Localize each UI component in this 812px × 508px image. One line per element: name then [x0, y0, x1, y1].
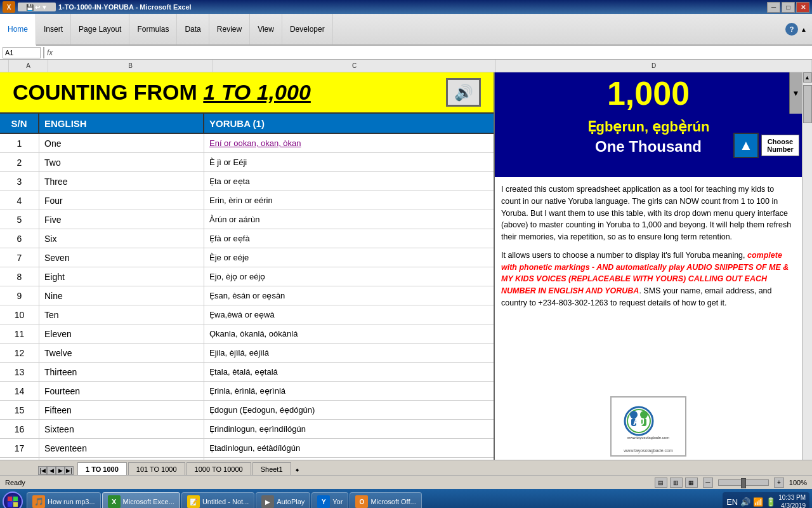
tray-volume-icon[interactable]: 🔊	[740, 497, 750, 507]
description-area: I created this custom spreadsheet applic…	[495, 177, 802, 393]
taskbar-item-excel[interactable]: X Microsoft Exce...	[102, 492, 180, 508]
maximize-button[interactable]: □	[782, 2, 795, 13]
help-button[interactable]: ?	[785, 23, 798, 36]
table-row: 18EighteenEjindinlogun, eéjìdílógún	[0, 458, 494, 460]
close-button[interactable]: ✕	[796, 2, 809, 13]
tray-battery-icon: 🔋	[766, 497, 776, 507]
svg-rect-10	[8, 502, 12, 507]
scrollbar-thumb[interactable]	[803, 85, 812, 123]
ribbon-minimize-button[interactable]: ▲	[801, 26, 807, 33]
row-english: Twelve	[39, 344, 204, 362]
table-row: 11ElevenỌkanla, òkanlá, oókànlá	[0, 324, 494, 344]
tray-language-icon: EN	[726, 497, 738, 507]
taskbar-item-autoplay[interactable]: ▶ AutoPlay	[256, 492, 310, 508]
row-yoruba[interactable]: Ení or ookan, okan, òkan	[204, 134, 494, 152]
taskbar-item-notepad[interactable]: 📝 Untitled - Not...	[181, 492, 254, 508]
row-sn: 6	[0, 229, 39, 248]
system-time-date: 10:33 PM 4/3/2019	[778, 493, 806, 508]
row-sn: 2	[0, 153, 39, 171]
sheet-tab-1000to10000[interactable]: 1000 TO 10000	[187, 462, 251, 475]
tab-nav-last[interactable]: ▶|	[65, 466, 74, 475]
taskbar-label-notepad: Untitled - Not...	[202, 498, 249, 505]
row-english: Seven	[39, 248, 204, 267]
vertical-scrollbar[interactable]: ▲	[802, 72, 812, 460]
data-rows-container: 1OneEní or ookan, okan, òkan2TwoÈ jì or …	[0, 134, 494, 460]
number-display-row: 1,000 ▼	[495, 72, 802, 114]
svg-rect-8	[8, 497, 12, 501]
tab-nav-next[interactable]: ▶	[56, 466, 65, 475]
tab-insert[interactable]: Insert	[36, 14, 71, 44]
tab-formulas[interactable]: Formulas	[129, 14, 177, 44]
sheet-tab-sheet1[interactable]: Sheet1	[252, 462, 291, 475]
table-row: 7SevenÈje or eéje	[0, 248, 494, 267]
row-sn: 15	[0, 401, 39, 419]
normal-view-icon[interactable]: ▤	[655, 478, 667, 488]
taskbar-item-ms-office[interactable]: O Microsoft Off...	[350, 492, 421, 508]
fx-label: fx	[47, 48, 53, 57]
col-header-d: D	[496, 60, 812, 72]
tab-home[interactable]: Home	[0, 14, 36, 46]
right-panel: 1,000 ▼ Ẹgbẹrun, ẹgbẹ̀rún One Thousand ▲…	[495, 72, 802, 460]
row-sn: 4	[0, 191, 39, 210]
desc-plain-1: It allows users to choose a number to di…	[501, 251, 747, 260]
zoom-slider-thumb[interactable]	[741, 478, 746, 488]
row-english: Ten	[39, 305, 204, 324]
tray-network-icon[interactable]: 📶	[753, 497, 763, 507]
banner-title: COUNTING FROM 1 TO 1,000	[13, 80, 311, 105]
logo-image: www.tayosolagbade.com AJ www.tayosolagba…	[610, 396, 686, 457]
sheet-tab-101to1000[interactable]: 101 TO 1000	[128, 462, 185, 475]
row-yoruba: Ejindinlogun, eéjìdílógún	[204, 458, 494, 460]
number-display-text: 1,000	[607, 74, 690, 112]
row-yoruba: Èje or eéje	[204, 248, 494, 267]
sound-icon[interactable]: 🔊	[446, 78, 481, 107]
row-sn: 10	[0, 305, 39, 324]
table-row: 9NineẸsan, èsán or eẹsàn	[0, 286, 494, 305]
row-english: Five	[39, 210, 204, 229]
table-row: 2TwoÈ jì or Eéji	[0, 153, 494, 172]
row-yoruba: Ẹwa,èwá or eẹwà	[204, 305, 494, 324]
tab-nav-first[interactable]: |◀	[38, 466, 47, 475]
row-yoruba: Ẹrindinlogun, eẹrìndílógún	[204, 420, 494, 438]
row-sn: 17	[0, 439, 39, 457]
quick-access-toolbar-mini: 💾 ↩ ▼	[18, 3, 56, 11]
sheet-tab-1to1000[interactable]: 1 TO 1000	[77, 462, 127, 475]
row-english: Three	[39, 172, 204, 190]
row-sn: 14	[0, 382, 39, 400]
tab-view[interactable]: View	[250, 14, 282, 44]
row-sn: 5	[0, 210, 39, 229]
svg-rect-9	[13, 497, 18, 501]
taskbar-label-ms-office: Microsoft Off...	[370, 498, 416, 505]
row-sn: 18	[0, 458, 39, 460]
page-break-icon[interactable]: ▦	[685, 478, 698, 488]
row-sn: 16	[0, 420, 39, 438]
row-yoruba: Àrún or aárùn	[204, 210, 494, 229]
logo-area: www.tayosolagbade.com AJ www.tayosolagba…	[495, 393, 802, 460]
tab-page-layout[interactable]: Page Layout	[71, 14, 129, 44]
start-button[interactable]	[3, 491, 23, 508]
taskbar-icon-excel: X	[108, 495, 121, 508]
minimize-button[interactable]: ─	[767, 2, 780, 13]
svg-text:AJ: AJ	[633, 417, 645, 427]
cell-reference-input[interactable]	[3, 47, 41, 58]
zoom-out-button[interactable]: ─	[703, 478, 713, 488]
up-arrow-button[interactable]: ▲	[733, 133, 759, 158]
description-para-2: It allows users to choose a number to di…	[501, 250, 796, 309]
col-header-corner	[0, 60, 9, 72]
tab-developer[interactable]: Developer	[282, 14, 333, 44]
scroll-up-button[interactable]: ▲	[803, 72, 812, 83]
taskbar-item-how-run[interactable]: 🎵 How run mp3...	[27, 492, 101, 508]
tab-nav-prev[interactable]: ◀	[47, 466, 56, 475]
row-sn: 8	[0, 267, 39, 286]
choose-number-button[interactable]: Choose Number	[761, 135, 799, 156]
insert-sheet-button[interactable]: ⬥	[292, 464, 302, 475]
logo-url: www.tayosolagbade.com	[624, 448, 672, 453]
number-dropdown-arrow[interactable]: ▼	[789, 72, 802, 114]
page-layout-icon[interactable]: ▥	[670, 478, 683, 488]
table-row: 16SixteenẸrindinlogun, eẹrìndílógún	[0, 420, 494, 439]
zoom-slider[interactable]	[718, 479, 769, 486]
tab-review[interactable]: Review	[209, 14, 250, 44]
taskbar-item-yor[interactable]: Y Yor	[311, 492, 348, 508]
zoom-in-button[interactable]: +	[774, 478, 784, 488]
table-area: COUNTING FROM 1 TO 1,000 🔊 S/N ENGLISH Y…	[0, 72, 812, 460]
tab-data[interactable]: Data	[177, 14, 209, 44]
